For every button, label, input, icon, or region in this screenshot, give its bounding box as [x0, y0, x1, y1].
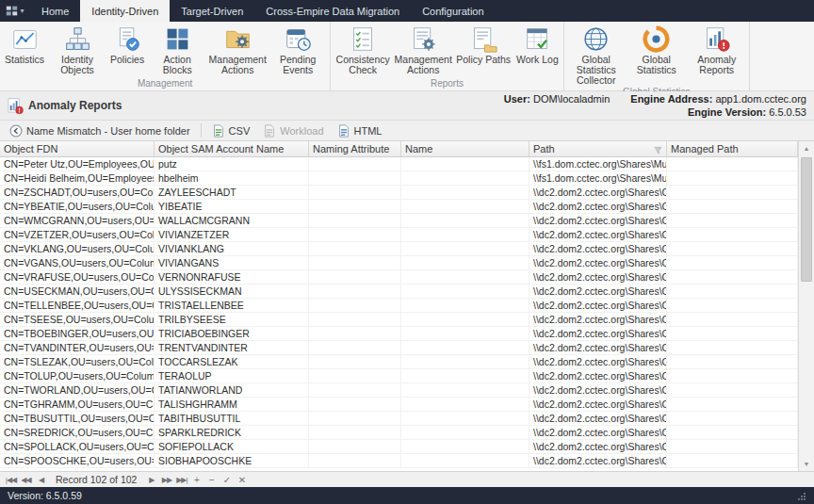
- table-row[interactable]: CN=TOLUP,OU=users,OU=Colum...TERAOLUP\\d…: [0, 369, 798, 383]
- ribbon-button-reports-work-log[interactable]: Work Log: [513, 23, 562, 66]
- scroll-up-arrow-icon[interactable]: ▲: [799, 141, 814, 155]
- table-row[interactable]: CN=VKLANG,OU=users,OU=Colu...VIVIANKLANG…: [0, 242, 798, 256]
- table-cell: [667, 327, 798, 340]
- engine-version-value: 6.5.0.53: [769, 106, 806, 118]
- table-row[interactable]: CN=YBEATIE,OU=users,OU=Colu...YIBEATIE\\…: [0, 200, 798, 214]
- table-row[interactable]: CN=SREDRICK,OU=users,OU=Col...SPARKLREDR…: [0, 426, 798, 440]
- tab-identity-driven[interactable]: Identity-Driven: [80, 0, 170, 22]
- csv-file-icon: [212, 124, 225, 138]
- nav-last-button[interactable]: ▶▶|: [175, 476, 187, 484]
- table-cell: \\dc2.dom2.cctec.org\Shares\Colu...: [529, 454, 667, 467]
- filter-funnel-icon[interactable]: [654, 145, 662, 154]
- table-row[interactable]: CN=USECKMAN,OU=users,OU=C...ULYSSISECKMA…: [0, 285, 798, 299]
- tab-target-driven[interactable]: Target-Driven: [170, 0, 254, 22]
- nav-delete-button[interactable]: −: [205, 475, 218, 485]
- table-row[interactable]: CN=TSEESE,OU=users,OU=Colum...TRILBYSEES…: [0, 313, 798, 327]
- ribbon-button-reports-management-actions[interactable]: Management Actions: [393, 23, 453, 76]
- workload-file-icon: [263, 124, 276, 138]
- engine-address-label: Engine Address:: [630, 93, 712, 105]
- nav-forward-button[interactable]: ▶▶: [160, 476, 172, 484]
- tab-configuration[interactable]: Configuration: [411, 0, 495, 22]
- nav-next-button[interactable]: ▶: [145, 476, 157, 484]
- table-cell: CN=TBOEBINGER,OU=users,OU=...: [0, 327, 155, 340]
- ribbon-button-reports-consistency-check[interactable]: Consistency Check: [333, 23, 393, 76]
- ribbon-button-global-statistics-global-statistics[interactable]: Global Statistics: [627, 23, 687, 76]
- table-row[interactable]: CN=Peter Utz,OU=Employees,OU...putz\\fs1…: [0, 157, 798, 171]
- column-header-name[interactable]: Name: [401, 141, 529, 156]
- ribbon-button-global-statistics-global-statistics-collector[interactable]: Global Statistics Collector: [566, 23, 627, 87]
- table-cell: [401, 398, 529, 411]
- ribbon-group-global-statistics: Global Statistics CollectorGlobal Statis…: [564, 22, 750, 90]
- table-row[interactable]: CN=TGHRAMM,OU=users,OU=Co...TALISHGHRAMM…: [0, 398, 798, 412]
- ribbon-button-reports-policy-paths[interactable]: Policy Paths: [453, 23, 513, 66]
- table-cell: [401, 454, 529, 467]
- column-header-path[interactable]: Path: [529, 141, 667, 156]
- ribbon-button-label: Policies: [110, 55, 144, 65]
- table-cell: TRILBYSEESE: [155, 313, 309, 326]
- table-row[interactable]: CN=VGANS,OU=users,OU=Colum...VIVIANGANS\…: [0, 256, 798, 270]
- table-row[interactable]: CN=VZETZER,OU=users,OU=Colu...VIVIANZETZ…: [0, 228, 798, 242]
- ribbon-button-management-policies[interactable]: Policies: [107, 23, 147, 66]
- ribbon-button-management-management-actions[interactable]: Management Actions: [207, 23, 268, 76]
- table-cell: [667, 355, 798, 368]
- ribbon-button-management-statistics[interactable]: Statistics: [2, 23, 47, 66]
- back-button[interactable]: Name Mismatch - User home folder: [4, 122, 196, 139]
- ribbon-group-buttons: Global Statistics CollectorGlobal Statis…: [566, 23, 747, 87]
- table-row[interactable]: CN=TBUSUTTIL,OU=users,OU=Col...TABITHBUS…: [0, 412, 798, 426]
- nav-confirm-button[interactable]: ✓: [220, 475, 233, 485]
- table-cell: CN=TSEESE,OU=users,OU=Colum...: [0, 313, 155, 326]
- resize-grip-icon[interactable]: [796, 491, 806, 501]
- table-cell: CN=TWORLAND,OU=users,OU=C...: [0, 383, 155, 397]
- nav-cancel-button[interactable]: ✕: [236, 475, 248, 485]
- nav-rewind-button[interactable]: ◀◀: [20, 476, 32, 484]
- table-row[interactable]: CN=ZSCHADT,OU=users,OU=Col...ZAYLEESCHAD…: [0, 186, 798, 200]
- table-row[interactable]: CN=SPOOSCHKE,OU=users,OU=...SIOBHAPOOSCH…: [0, 454, 798, 468]
- scrollbar-thumb[interactable]: [801, 157, 812, 282]
- scrollbar-track[interactable]: [799, 155, 814, 457]
- ribbon-button-label: Identity Objects: [50, 55, 105, 75]
- back-arrow-icon: [9, 124, 23, 138]
- column-header-object-fdn[interactable]: Object FDN: [0, 141, 155, 156]
- ribbon-button-global-statistics-anomaly-reports[interactable]: Anomaly Reports: [687, 23, 747, 76]
- column-header-managed-path[interactable]: Managed Path: [667, 141, 798, 156]
- table-row[interactable]: CN=TSLEZAK,OU=users,OU=Colu...TOCCARSLEZ…: [0, 355, 798, 369]
- table-row[interactable]: CN=SPOLLACK,OU=users,OU=Col...SOFIEPOLLA…: [0, 440, 798, 454]
- table-row[interactable]: CN=TWORLAND,OU=users,OU=C...TATIANWORLAN…: [0, 383, 798, 398]
- version-text: Version: 6.5.0.59: [8, 490, 82, 501]
- ribbon-button-management-pending-events[interactable]: Pending Events: [268, 23, 328, 76]
- table-cell: TALISHGHRAMM: [155, 398, 309, 411]
- table-cell: \\dc2.dom2.cctec.org\Shares\Colu...: [529, 440, 667, 453]
- table-cell: [667, 454, 798, 467]
- table-cell: CN=TSLEZAK,OU=users,OU=Colu...: [0, 355, 155, 368]
- export-html-button[interactable]: HTML: [332, 122, 388, 139]
- table-row[interactable]: CN=WMCGRANN,OU=users,OU=...WALLACMCGRANN…: [0, 214, 798, 228]
- nav-append-button[interactable]: +: [190, 475, 203, 485]
- column-header-object-sam-account-name[interactable]: Object SAM Account Name: [155, 141, 309, 156]
- table-cell: [667, 200, 798, 213]
- tab-cross-empire-data-migration[interactable]: Cross-Empire Data Migration: [254, 0, 411, 22]
- engine-version-info: Engine Version: 6.5.0.53: [688, 106, 806, 119]
- back-button-label: Name Mismatch - User home folder: [26, 125, 190, 137]
- tab-home[interactable]: Home: [30, 0, 80, 22]
- table-cell: [667, 398, 798, 411]
- app-menu-button[interactable]: ▾: [0, 0, 30, 22]
- ribbon-button-label: Policy Paths: [456, 55, 511, 65]
- export-csv-button[interactable]: CSV: [206, 122, 256, 139]
- ribbon-button-management-identity-objects[interactable]: Identity Objects: [47, 23, 107, 76]
- table-row[interactable]: CN=TBOEBINGER,OU=users,OU=...TRICIABOEBI…: [0, 327, 798, 341]
- record-count-text: Record 102 of 102: [56, 474, 137, 485]
- scroll-down-arrow-icon[interactable]: ▼: [799, 457, 814, 471]
- nav-prev-button[interactable]: ◀: [35, 476, 47, 484]
- table-cell: \\dc2.dom2.cctec.org\Shares\Colu...: [529, 299, 667, 312]
- table-row[interactable]: CN=TVANDINTER,OU=users,OU=...TRENTVANDIN…: [0, 341, 798, 355]
- vertical-scrollbar[interactable]: ▲ ▼: [798, 141, 814, 471]
- ribbon-button-management-action-blocks[interactable]: Action Blocks: [147, 23, 207, 76]
- column-header-naming-attribute[interactable]: Naming Attribute: [309, 141, 401, 156]
- table-cell: ZAYLEESCHADT: [155, 186, 309, 199]
- ribbon-button-label: Global Statistics Collector: [569, 55, 624, 86]
- table-row[interactable]: CN=VRAFUSE,OU=users,OU=Col...VERNONRAFUS…: [0, 270, 798, 285]
- table-cell: \\dc2.dom2.cctec.org\Shares\Colu...: [529, 313, 667, 326]
- table-row[interactable]: CN=TELLENBEE,OU=users,OU=Co...TRISTAELLE…: [0, 299, 798, 313]
- nav-first-button[interactable]: |◀◀: [5, 476, 17, 484]
- table-row[interactable]: CN=Heidi Belheim,OU=Employees...hbelheim…: [0, 171, 798, 186]
